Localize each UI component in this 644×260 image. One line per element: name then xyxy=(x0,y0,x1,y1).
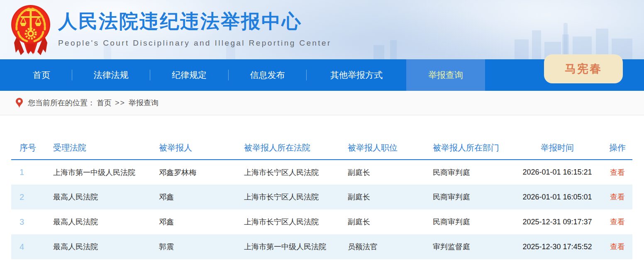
col-header-action: 操作 xyxy=(603,139,632,160)
main-nav: 首页 法律法规 纪律规定 信息发布 其他举报方式 举报查询 马宪春 xyxy=(0,59,644,91)
cell-accepting-court: 最高人民法院 xyxy=(45,185,151,209)
cell-accepting-court: 最高人民法院 xyxy=(45,234,151,259)
col-header-accepting-court: 受理法院 xyxy=(45,139,151,160)
site-titles: 人民法院违纪违法举报中心 People's Court Disciplinary… xyxy=(58,11,332,48)
cell-reported-court: 上海市长宁区人民法院 xyxy=(236,160,339,185)
col-header-report-time: 举报时间 xyxy=(512,139,603,160)
cell-seq: 3 xyxy=(11,209,45,234)
cell-department: 民商审判庭 xyxy=(424,209,512,234)
cell-report-time: 2025-12-30 17:45:52 xyxy=(512,234,603,259)
court-emblem-logo xyxy=(10,3,51,56)
cell-reported-person: 邓鑫 xyxy=(151,209,236,234)
breadcrumb-current-link[interactable]: 举报查询 xyxy=(129,98,159,108)
col-header-reported-person: 被举报人 xyxy=(151,139,236,160)
cell-action: 查看 xyxy=(603,234,632,259)
cell-report-time: 2026-01-01 16:15:21 xyxy=(512,160,603,185)
view-link[interactable]: 查看 xyxy=(610,243,625,251)
cell-position: 副庭长 xyxy=(339,160,424,185)
cell-reported-court: 上海市第一中级人民法院 xyxy=(236,234,339,259)
nav-item-discipline[interactable]: 纪律规定 xyxy=(150,59,228,91)
cell-position: 副庭长 xyxy=(339,185,424,209)
cell-reported-person: 邓鑫罗林梅 xyxy=(151,160,236,185)
nav-item-laws[interactable]: 法律法规 xyxy=(72,59,150,91)
cell-report-time: 2025-12-31 09:17:37 xyxy=(512,209,603,234)
cell-department: 审判监督庭 xyxy=(424,234,512,259)
site-header: 人民法院违纪违法举报中心 People's Court Disciplinary… xyxy=(0,0,644,59)
cell-reported-person: 邓鑫 xyxy=(151,185,236,209)
breadcrumb-separator: >> xyxy=(115,99,125,107)
col-header-reported-court: 被举报人所在法院 xyxy=(236,139,339,160)
breadcrumb: 您当前所在的位置： 首页 >> 举报查询 xyxy=(0,91,644,115)
cell-action: 查看 xyxy=(603,185,632,209)
location-pin-icon xyxy=(16,98,23,108)
nav-item-other-report-methods[interactable]: 其他举报方式 xyxy=(307,59,406,91)
cell-department: 民商审判庭 xyxy=(424,160,512,185)
cell-position: 员额法官 xyxy=(339,234,424,259)
col-header-position: 被举报人职位 xyxy=(339,139,424,160)
report-query-content: 序号 受理法院 被举报人 被举报人所在法院 被举报人职位 被举报人所在部门 举报… xyxy=(0,115,644,260)
breadcrumb-prefix: 您当前所在的位置： xyxy=(28,98,95,108)
nav-item-home[interactable]: 首页 xyxy=(11,59,72,91)
cell-action: 查看 xyxy=(603,160,632,185)
cell-reported-court: 上海市长宁区人民法院 xyxy=(236,185,339,209)
col-header-seq: 序号 xyxy=(11,139,45,160)
table-row: 3 最高人民法院 邓鑫 上海市长宁区人民法院 副庭长 民商审判庭 2025-12… xyxy=(11,209,632,234)
court-emblem-icon xyxy=(10,3,51,56)
view-link[interactable]: 查看 xyxy=(610,218,625,226)
cell-seq: 2 xyxy=(11,185,45,209)
table-row: 4 最高人民法院 郭震 上海市第一中级人民法院 员额法官 审判监督庭 2025-… xyxy=(11,234,632,259)
table-header-row: 序号 受理法院 被举报人 被举报人所在法院 被举报人职位 被举报人所在部门 举报… xyxy=(11,139,632,160)
cell-reported-court: 上海市长宁区人民法院 xyxy=(236,209,339,234)
report-table: 序号 受理法院 被举报人 被举报人所在法院 被举报人职位 被举报人所在部门 举报… xyxy=(11,139,632,259)
cell-accepting-court: 上海市第一中级人民法院 xyxy=(45,160,151,185)
cell-position: 副庭长 xyxy=(339,209,424,234)
table-row: 1 上海市第一中级人民法院 邓鑫罗林梅 上海市长宁区人民法院 副庭长 民商审判庭… xyxy=(11,160,632,185)
user-badge[interactable]: 马宪春 xyxy=(544,54,623,83)
cell-accepting-court: 最高人民法院 xyxy=(45,209,151,234)
site-title-cn: 人民法院违纪违法举报中心 xyxy=(58,11,332,32)
view-link[interactable]: 查看 xyxy=(610,193,625,201)
site-title-en: People's Court Disciplinary and Illegal … xyxy=(58,39,332,48)
breadcrumb-home-link[interactable]: 首页 xyxy=(97,98,112,108)
cell-seq: 4 xyxy=(11,234,45,259)
page: 人民法院违纪违法举报中心 People's Court Disciplinary… xyxy=(0,0,644,260)
col-header-department: 被举报人所在部门 xyxy=(424,139,512,160)
cell-seq: 1 xyxy=(11,160,45,185)
cell-reported-person: 郭震 xyxy=(151,234,236,259)
cell-report-time: 2026-01-01 16:05:01 xyxy=(512,185,603,209)
cell-action: 查看 xyxy=(603,209,632,234)
table-row: 2 最高人民法院 邓鑫 上海市长宁区人民法院 副庭长 民商审判庭 2026-01… xyxy=(11,185,632,209)
nav-item-news[interactable]: 信息发布 xyxy=(229,59,306,91)
nav-item-report-query[interactable]: 举报查询 xyxy=(406,59,485,91)
cell-department: 民商审判庭 xyxy=(424,185,512,209)
view-link[interactable]: 查看 xyxy=(610,168,625,177)
